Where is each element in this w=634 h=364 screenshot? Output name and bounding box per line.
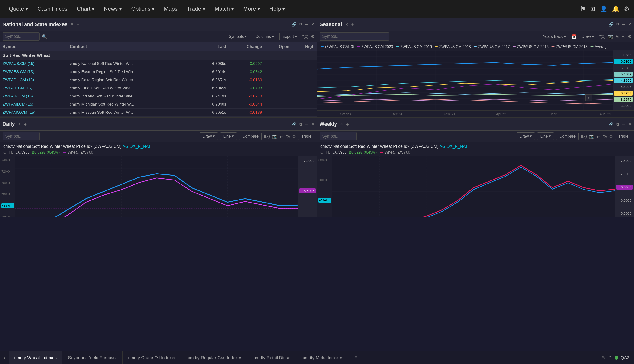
print-icon-daily[interactable]: 🖨 xyxy=(280,134,284,139)
tab-el[interactable]: El xyxy=(349,352,364,364)
export-button[interactable]: Export ▾ xyxy=(280,33,300,40)
camera-icon-seasonal[interactable]: 📷 xyxy=(608,34,613,39)
panel-national-indexes: National and State Indexes ✕ ＋ 🔗 ⧉ ─ ✕ 🔍… xyxy=(0,18,317,118)
link-icon[interactable]: 🔗 xyxy=(292,22,296,27)
nav-trade[interactable]: Trade ▾ xyxy=(183,4,210,14)
draw-button-weekly[interactable]: Draw ▾ xyxy=(516,132,535,140)
link-icon-seasonal[interactable]: 🔗 xyxy=(608,22,614,27)
nav-help[interactable]: Help ▾ xyxy=(265,4,289,14)
print-icon-weekly[interactable]: 🖨 xyxy=(597,134,601,139)
minimize-icon[interactable]: ─ xyxy=(305,22,308,27)
grid-icon[interactable]: ⊞ xyxy=(590,5,595,12)
fx-icon-seasonal[interactable]: f(x) xyxy=(600,34,606,39)
cell-symbol: ZWPAUS.CM (15) xyxy=(0,60,68,68)
nav-cash-prices[interactable]: Cash Prices xyxy=(33,4,72,14)
symbol-search-national[interactable] xyxy=(2,32,40,40)
draw-button-daily[interactable]: Draw ▾ xyxy=(200,132,218,140)
close-panel-icon-weekly[interactable]: ✕ xyxy=(628,122,632,127)
link-icon-weekly[interactable]: 🔗 xyxy=(608,122,614,127)
percent-icon-daily[interactable]: % xyxy=(286,134,290,139)
tab-nav-left[interactable]: ‹ xyxy=(0,355,8,361)
add-tab-icon-weekly[interactable]: ＋ xyxy=(345,121,350,127)
nav-maps[interactable]: Maps xyxy=(160,4,182,14)
compare-button-daily[interactable]: Compare xyxy=(239,133,262,140)
close-icon-daily[interactable]: ✕ xyxy=(18,122,21,127)
expand-chart-btn[interactable]: » xyxy=(586,94,592,101)
fx-icon-daily[interactable]: f(x) xyxy=(264,134,270,139)
copy-icon-seasonal[interactable]: ⧉ xyxy=(616,22,620,27)
years-back-button[interactable]: Years Back ▾ xyxy=(540,33,569,40)
table-row[interactable]: ZWPAUS.CM (15) cmdty National Soft Red W… xyxy=(0,60,317,68)
gear-icon-seasonal[interactable]: ⚙ xyxy=(628,34,632,39)
tab-metal[interactable]: cmdty Metal Indexes xyxy=(297,352,349,364)
tab-crude-oil[interactable]: cmdty Crude Oil Indexes xyxy=(122,352,182,364)
legend-current: (ZWPAUS.CM::0) xyxy=(321,45,354,49)
camera-icon-daily[interactable]: 📷 xyxy=(272,134,277,139)
add-tab-icon-national[interactable]: ＋ xyxy=(76,21,80,28)
table-row[interactable]: ZWPAMI.CM (15) cmdty Michigan Soft Red W… xyxy=(0,100,317,108)
print-icon-seasonal[interactable]: 🖨 xyxy=(615,34,620,39)
draw-button-seasonal[interactable]: Draw ▾ xyxy=(579,33,597,40)
copy-icon[interactable]: ⧉ xyxy=(299,22,302,27)
percent-icon-seasonal[interactable]: % xyxy=(622,34,626,39)
compare-button-weekly[interactable]: Compare xyxy=(556,133,578,140)
tab-gas[interactable]: cmdty Regular Gas Indexes xyxy=(182,352,248,364)
symbol-search-weekly[interactable] xyxy=(320,132,357,140)
gear-icon-national[interactable]: ⚙ xyxy=(311,34,314,39)
percent-icon-weekly[interactable]: % xyxy=(603,134,607,139)
line-button-daily[interactable]: Line ▾ xyxy=(220,132,237,140)
table-row[interactable]: ZWPAOH.CM (15) cmdty Ohio Soft Red Winte… xyxy=(0,117,317,118)
tab-diesel[interactable]: cmdty Retail Diesel xyxy=(248,352,297,364)
trade-button-daily[interactable]: Trade xyxy=(298,133,314,140)
add-tab-icon-daily[interactable]: ＋ xyxy=(23,121,28,127)
nav-quote[interactable]: Quote ▾ xyxy=(5,4,32,14)
minimize-icon-daily[interactable]: ─ xyxy=(305,122,308,127)
gear-icon-weekly[interactable]: ⚙ xyxy=(609,134,613,139)
symbol-search-daily[interactable] xyxy=(2,132,40,140)
search-icon-national[interactable]: 🔍 xyxy=(42,34,47,39)
nav-match[interactable]: Match ▾ xyxy=(210,4,238,14)
settings-icon[interactable]: ⚙ xyxy=(624,5,629,12)
minimize-icon-seasonal[interactable]: ─ xyxy=(622,22,625,27)
fx-icon-national[interactable]: f(x) xyxy=(302,34,308,39)
table-row[interactable]: ZWPAES.CM (15) cmdty Eastern Region Soft… xyxy=(0,68,317,76)
add-tab-icon-seasonal[interactable]: ＋ xyxy=(350,21,355,28)
nav-chart[interactable]: Chart ▾ xyxy=(73,4,99,14)
columns-button[interactable]: Columns ▾ xyxy=(252,33,277,40)
edit-icon-bottom[interactable]: ✎ xyxy=(602,355,606,360)
cell-symbol: ZWPAES.CM (15) xyxy=(0,68,68,76)
user-icon[interactable]: 👤 xyxy=(600,5,607,12)
nav-news[interactable]: News ▾ xyxy=(100,4,126,14)
table-row[interactable]: ZWPADL.CM (15) cmdty Delta Region Soft R… xyxy=(0,76,317,84)
close-panel-icon-seasonal[interactable]: ✕ xyxy=(628,22,632,27)
close-icon-weekly[interactable]: ✕ xyxy=(340,122,343,127)
flag-icon[interactable]: ⚑ xyxy=(580,5,586,12)
close-panel-icon-daily[interactable]: ✕ xyxy=(311,122,314,127)
tab-wheat-indexes[interactable]: cmdty Wheat Indexes xyxy=(8,352,62,364)
table-row[interactable]: ZWPAIL.CM (15) cmdty Illinois Soft Red W… xyxy=(0,84,317,92)
symbols-button[interactable]: Symbols ▾ xyxy=(226,33,250,40)
fx-icon-weekly[interactable]: f(x) xyxy=(581,134,587,139)
nav-more[interactable]: More ▾ xyxy=(239,4,264,14)
tab-soybeans[interactable]: Soybeans Yield Forecast xyxy=(62,352,122,364)
close-panel-icon[interactable]: ✕ xyxy=(311,22,314,27)
nav-help-label: Help xyxy=(270,6,281,12)
trade-button-weekly[interactable]: Trade xyxy=(615,133,632,140)
symbol-search-seasonal[interactable] xyxy=(320,32,389,40)
table-row[interactable]: ZWPAIN.CM (15) cmdty Indiana Soft Red Wi… xyxy=(0,92,317,100)
chevron-up-icon-bottom[interactable]: ⌃ xyxy=(608,355,612,360)
gear-icon-daily[interactable]: ⚙ xyxy=(292,134,296,139)
copy-icon-weekly[interactable]: ⧉ xyxy=(616,122,620,127)
daily-title-suffix: AGIDX_P_NAT xyxy=(122,144,151,149)
link-icon-daily[interactable]: 🔗 xyxy=(292,122,296,127)
close-icon-national[interactable]: ✕ xyxy=(70,22,74,27)
bell-icon[interactable]: 🔔 xyxy=(612,5,620,12)
minimize-icon-weekly[interactable]: ─ xyxy=(622,122,625,127)
line-button-weekly[interactable]: Line ▾ xyxy=(537,132,554,140)
calendar-icon-seasonal[interactable]: 📅 xyxy=(571,34,576,39)
camera-icon-weekly[interactable]: 📷 xyxy=(589,134,594,139)
nav-options[interactable]: Options ▾ xyxy=(127,4,159,14)
close-icon-seasonal[interactable]: ✕ xyxy=(345,22,348,27)
table-row[interactable]: ZWPAMO.CM (15) cmdty Missouri Soft Red W… xyxy=(0,108,317,117)
copy-icon-daily[interactable]: ⧉ xyxy=(299,122,302,127)
